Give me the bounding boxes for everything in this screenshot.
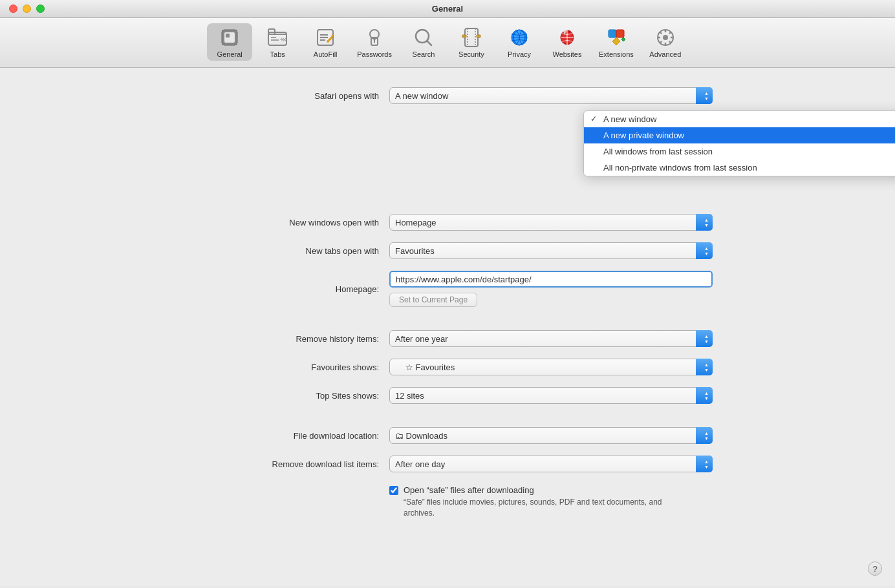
homepage-label: Homepage: bbox=[195, 284, 389, 294]
safari-opens-select-wrapper[interactable]: A new window bbox=[389, 87, 713, 104]
new-tabs-control: Favourites bbox=[389, 242, 713, 259]
autofill-label: AutoFill bbox=[314, 50, 338, 58]
svg-line-38 bbox=[669, 41, 671, 43]
favourites-shows-control: ☆ Favourites bbox=[389, 359, 713, 375]
file-download-select[interactable]: 🗂 Downloads bbox=[389, 427, 713, 444]
remove-download-label: Remove download list items: bbox=[195, 459, 389, 469]
security-label: Security bbox=[458, 50, 484, 58]
safari-opens-dropdown[interactable]: A new window A new private window All wi… bbox=[583, 110, 895, 176]
privacy-icon bbox=[508, 26, 531, 49]
top-sites-select-wrapper[interactable]: 12 sites bbox=[389, 387, 713, 404]
toolbar-item-privacy[interactable]: Privacy bbox=[497, 23, 542, 61]
new-tabs-select-wrapper[interactable]: Favourites bbox=[389, 242, 713, 259]
safari-opens-with-row: Safari opens with A new window A new win… bbox=[195, 87, 700, 104]
new-tabs-select[interactable]: Favourites bbox=[389, 242, 713, 259]
svg-rect-30 bbox=[616, 30, 624, 37]
security-icon bbox=[460, 26, 483, 49]
search-icon bbox=[412, 26, 435, 49]
safari-opens-select[interactable]: A new window bbox=[389, 87, 713, 104]
window-buttons bbox=[9, 5, 45, 13]
open-safe-files-row: Open “safe” files after downloading “Saf… bbox=[195, 485, 700, 519]
tabs-label: Tabs bbox=[270, 50, 285, 58]
toolbar-item-advanced[interactable]: Advanced bbox=[643, 23, 688, 61]
maximize-button[interactable] bbox=[36, 5, 45, 13]
help-button[interactable]: ? bbox=[868, 562, 882, 576]
remove-history-select[interactable]: After one year bbox=[389, 330, 713, 347]
top-sites-control: 12 sites bbox=[389, 387, 713, 404]
toolbar-item-general[interactable]: General bbox=[207, 23, 252, 61]
privacy-label: Privacy bbox=[508, 50, 531, 58]
file-download-label: File download location: bbox=[195, 431, 389, 441]
svg-point-32 bbox=[663, 35, 668, 40]
remove-history-label: Remove history items: bbox=[195, 334, 389, 344]
toolbar-item-passwords[interactable]: Passwords bbox=[350, 23, 398, 61]
websites-icon bbox=[555, 26, 579, 49]
dropdown-item-new-window[interactable]: A new window bbox=[584, 111, 895, 127]
svg-rect-23 bbox=[462, 35, 466, 37]
favourites-select-wrapper[interactable]: ☆ Favourites bbox=[389, 359, 713, 375]
dropdown-item-non-private-last-session[interactable]: All non-private windows from last sessio… bbox=[584, 160, 895, 176]
favourites-select[interactable]: ☆ Favourites bbox=[389, 359, 713, 375]
new-windows-select[interactable]: Homepage bbox=[389, 214, 713, 231]
toolbar: General + × Tabs bbox=[0, 18, 895, 68]
autofill-icon bbox=[314, 26, 337, 49]
new-tabs-label: New tabs open with bbox=[195, 246, 389, 256]
svg-line-37 bbox=[660, 32, 662, 34]
tabs-icon: + × bbox=[266, 26, 289, 49]
websites-label: Websites bbox=[552, 50, 581, 58]
file-download-row: File download location: 🗂 Downloads bbox=[195, 427, 700, 444]
window-title: General bbox=[432, 4, 463, 14]
homepage-row: Homepage: Set to Current Page bbox=[195, 271, 700, 307]
toolbar-item-autofill[interactable]: AutoFill bbox=[303, 23, 348, 61]
remove-history-select-wrapper[interactable]: After one year bbox=[389, 330, 713, 347]
general-label: General bbox=[217, 50, 243, 58]
extensions-label: Extensions bbox=[599, 50, 634, 58]
top-sites-label: Top Sites shows: bbox=[195, 391, 389, 401]
extensions-icon bbox=[605, 26, 628, 49]
title-bar: General bbox=[0, 0, 895, 18]
svg-rect-20 bbox=[465, 28, 478, 47]
open-safe-files-label: Open “safe” files after downloading bbox=[404, 485, 662, 495]
advanced-icon bbox=[654, 26, 677, 49]
toolbar-item-security[interactable]: Security bbox=[449, 23, 494, 61]
toolbar-item-search[interactable]: Search bbox=[401, 23, 446, 61]
remove-history-row: Remove history items: After one year bbox=[195, 330, 700, 347]
svg-text:×: × bbox=[283, 36, 286, 43]
remove-download-select[interactable]: After one day bbox=[389, 456, 713, 472]
close-button[interactable] bbox=[9, 5, 17, 13]
toolbar-item-extensions[interactable]: Extensions bbox=[592, 23, 640, 61]
main-content: Safari opens with A new window A new win… bbox=[0, 68, 895, 586]
homepage-input[interactable] bbox=[389, 271, 713, 288]
remove-history-control: After one year bbox=[389, 330, 713, 347]
dropdown-item-last-session[interactable]: All windows from last session bbox=[584, 143, 895, 160]
homepage-control: Set to Current Page bbox=[389, 271, 713, 307]
set-current-page-button[interactable]: Set to Current Page bbox=[389, 293, 477, 307]
new-windows-control: Homepage bbox=[389, 214, 713, 231]
file-download-select-wrapper[interactable]: 🗂 Downloads bbox=[389, 427, 713, 444]
dropdown-item-private-window[interactable]: A new private window bbox=[584, 127, 895, 143]
toolbar-item-websites[interactable]: Websites bbox=[545, 23, 590, 61]
safari-opens-control: A new window A new window A new private … bbox=[389, 87, 713, 104]
remove-download-row: Remove download list items: After one da… bbox=[195, 456, 700, 472]
svg-line-39 bbox=[669, 32, 671, 34]
new-windows-select-wrapper[interactable]: Homepage bbox=[389, 214, 713, 231]
remove-download-select-wrapper[interactable]: After one day bbox=[389, 456, 713, 472]
search-label: Search bbox=[413, 50, 435, 58]
minimize-button[interactable] bbox=[23, 5, 31, 13]
toolbar-item-tabs[interactable]: + × Tabs bbox=[255, 23, 300, 61]
svg-line-40 bbox=[660, 41, 662, 43]
svg-rect-2 bbox=[226, 34, 230, 37]
svg-rect-24 bbox=[477, 35, 480, 37]
favourites-shows-row: Favourites shows: ☆ Favourites bbox=[195, 359, 700, 375]
top-sites-select[interactable]: 12 sites bbox=[389, 387, 713, 404]
top-sites-row: Top Sites shows: 12 sites bbox=[195, 387, 700, 404]
svg-point-17 bbox=[374, 39, 376, 41]
open-safe-files-text-container: Open “safe” files after downloading “Saf… bbox=[404, 485, 662, 519]
favourites-shows-label: Favourites shows: bbox=[195, 362, 389, 372]
new-windows-row: New windows open with Homepage bbox=[195, 214, 700, 231]
safari-opens-with-label: Safari opens with bbox=[195, 91, 389, 101]
passwords-label: Passwords bbox=[357, 50, 392, 58]
open-safe-files-checkbox[interactable] bbox=[389, 486, 398, 495]
advanced-label: Advanced bbox=[649, 50, 681, 58]
new-tabs-row: New tabs open with Favourites bbox=[195, 242, 700, 259]
